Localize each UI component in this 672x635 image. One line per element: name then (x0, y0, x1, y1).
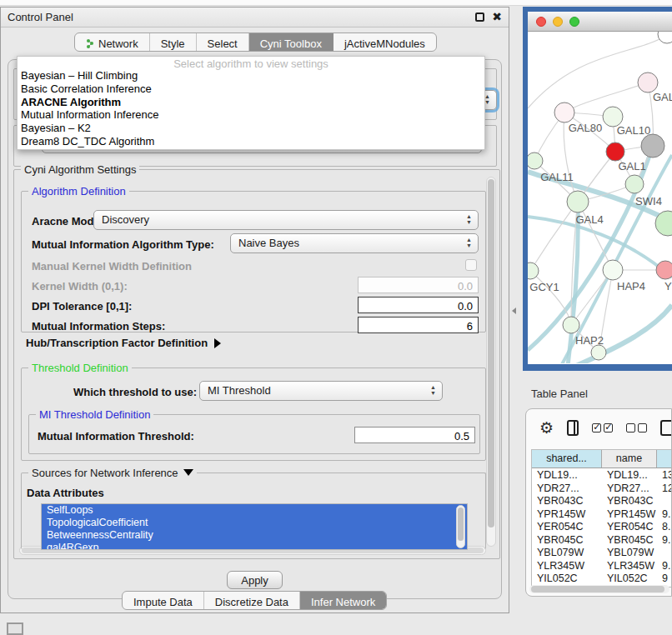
settings-vertical-scrollbar[interactable] (486, 177, 496, 547)
apply-button[interactable]: Apply (227, 571, 283, 589)
splitter-collapse-arrow[interactable] (512, 308, 516, 314)
table-cell: YBR043C (602, 494, 657, 508)
tab-jactivemnodules[interactable]: jActiveMNodules (333, 33, 436, 51)
algorithm-option[interactable]: Bayesian – Hill Climbing (18, 69, 484, 82)
column-header-clipped[interactable] (657, 450, 672, 468)
algorithm-option[interactable]: Bayesian – K2 (18, 122, 484, 135)
tab-select[interactable]: Select (197, 33, 249, 51)
attribute-item-selected[interactable]: gal4RGexp (42, 542, 467, 550)
data-attributes-list[interactable]: SelfLoopsTopologicalCoefficientBetweenne… (41, 503, 468, 550)
network-canvas[interactable]: GALGAL80GAL10GAL1GAL11SWI4GAL4GCY1HAP4YH… (528, 32, 672, 363)
scrollbar-thumb[interactable] (488, 179, 494, 528)
table-horizontal-scrollbar[interactable] (529, 585, 669, 593)
attribute-item-selected[interactable]: SelfLoops (42, 504, 467, 517)
table-cell: YPR145W (532, 508, 602, 521)
network-edge[interactable] (530, 202, 578, 271)
network-node[interactable] (591, 345, 606, 360)
combo-stepper-icon: ▲▼ (484, 93, 490, 105)
scrollbar-thumb[interactable] (458, 508, 464, 541)
column-header-name[interactable]: name (602, 450, 657, 468)
network-node[interactable] (567, 191, 589, 212)
kernel-width-field[interactable] (358, 277, 479, 293)
attributes-scrollbar[interactable] (456, 505, 465, 548)
network-node[interactable] (563, 317, 579, 333)
algorithm-option[interactable]: Dream8 DC_TDC Algorithm (18, 135, 484, 148)
minimize-window-icon[interactable] (553, 17, 563, 27)
network-node[interactable] (641, 134, 664, 158)
table-row[interactable]: YBR043CYBR043C (532, 494, 672, 508)
column-header-shared-name[interactable]: shared... (532, 450, 602, 468)
network-edge[interactable] (528, 35, 667, 108)
data-attributes-label: Data Attributes (27, 487, 104, 499)
gear-icon[interactable]: ⚙ (539, 420, 554, 436)
tab-network[interactable]: Network (75, 33, 150, 51)
bottom-tabbar: Impute Data Discretize Data Infer Networ… (122, 591, 387, 610)
threshold-definition-group: Threshold Definition Which threshold to … (21, 368, 486, 461)
network-node[interactable] (554, 102, 574, 122)
scrollbar-thumb[interactable] (531, 586, 664, 592)
attribute-item-selected[interactable]: BetweennessCentrality (42, 529, 467, 542)
columns-icon[interactable] (567, 420, 579, 436)
table-cell: YBL079W (602, 546, 657, 559)
mi-steps-field[interactable] (358, 317, 479, 333)
table-cell: YDR27... (532, 482, 602, 495)
table-row[interactable]: YDR27...YDR27...12 (532, 482, 672, 495)
network-node[interactable] (658, 32, 672, 43)
control-panel-title: Control Panel (8, 11, 73, 23)
mi-threshold-field[interactable] (354, 427, 475, 443)
close-panel-icon[interactable]: ✖ (492, 12, 502, 22)
algorithm-option[interactable]: ARACNE Algorithm (18, 96, 484, 109)
network-node[interactable] (656, 261, 672, 279)
mi-threshold-definition-group: MI Threshold Definition Mutual Informati… (28, 414, 480, 454)
group-title: MI Threshold Definition (36, 408, 153, 421)
aracne-mode-combo[interactable]: Discovery ▲▼ (93, 210, 479, 230)
node-table: shared... name YDL19...YDL19...13YDR27..… (531, 449, 672, 588)
dpi-tolerance-field[interactable] (358, 297, 479, 313)
network-node[interactable] (603, 260, 623, 280)
algorithm-option[interactable]: Basic Correlation Inference (18, 82, 484, 96)
attribute-item-selected[interactable]: TopologicalCoefficient (42, 517, 467, 529)
mi-algorithm-type-label: Mutual Information Algorithm Type: (32, 238, 214, 251)
function-builder-icon[interactable] (660, 420, 671, 436)
network-node-label: GAL (653, 91, 672, 103)
network-edge[interactable] (564, 82, 648, 112)
network-edge[interactable] (530, 271, 571, 325)
network-node[interactable] (638, 72, 658, 92)
collapsed-panel-icon[interactable] (7, 622, 23, 635)
tab-discretize-data[interactable]: Discretize Data (204, 592, 300, 609)
expand-arrow-icon (183, 469, 193, 476)
zoom-window-icon[interactable] (569, 17, 579, 27)
algorithm-option[interactable]: Mutual Information Inference (18, 108, 484, 122)
table-row[interactable]: YLR345WYLR345W9. (532, 559, 672, 572)
network-node[interactable] (625, 175, 644, 193)
tab-label: jActiveMNodules (344, 38, 425, 50)
table-row[interactable]: YBR045CYBR045C9. (532, 533, 672, 547)
manual-kernel-width-checkbox[interactable] (465, 259, 477, 271)
tab-label: Network (98, 38, 138, 50)
sources-title: Sources for Network Inference (32, 467, 178, 479)
table-row[interactable]: YER054CYER054C8. (532, 520, 672, 533)
algorithm-list: Bayesian – Hill ClimbingBasic Correlatio… (18, 69, 484, 148)
close-window-icon[interactable] (536, 17, 546, 27)
network-window-titlebar[interactable] (528, 12, 672, 32)
network-node[interactable] (528, 152, 543, 169)
hub-definition-toggle[interactable]: Hub/Transcription Factor Definition (26, 337, 221, 349)
select-all-icon[interactable] (592, 423, 613, 432)
tab-style[interactable]: Style (150, 33, 197, 51)
network-node[interactable] (606, 142, 624, 161)
sources-toggle[interactable]: Sources for Network Inference (28, 467, 197, 479)
tab-impute-data[interactable]: Impute Data (123, 592, 204, 609)
table-row[interactable]: YIL052CYIL052C9 (532, 572, 672, 585)
which-threshold-combo[interactable]: MI Threshold ▲▼ (199, 381, 443, 401)
tab-cyni-toolbox[interactable]: Cyni Toolbox (249, 33, 333, 51)
dpi-tolerance-label: DPI Tolerance [0,1]: (32, 300, 132, 312)
table-cell: YBR043C (532, 494, 602, 508)
algorithm-popup-placeholder: Select algorithm to view settings (18, 57, 484, 69)
tab-infer-network[interactable]: Infer Network (300, 592, 386, 609)
table-row[interactable]: YBL079WYBL079W (532, 546, 672, 559)
table-row[interactable]: YDL19...YDL19...13 (532, 468, 672, 482)
mi-algorithm-type-combo[interactable]: Naive Bayes ▲▼ (230, 233, 479, 253)
float-panel-icon[interactable] (475, 12, 484, 22)
table-row[interactable]: YPR145WYPR145W9. (532, 508, 672, 521)
deselect-all-icon[interactable] (626, 423, 647, 432)
